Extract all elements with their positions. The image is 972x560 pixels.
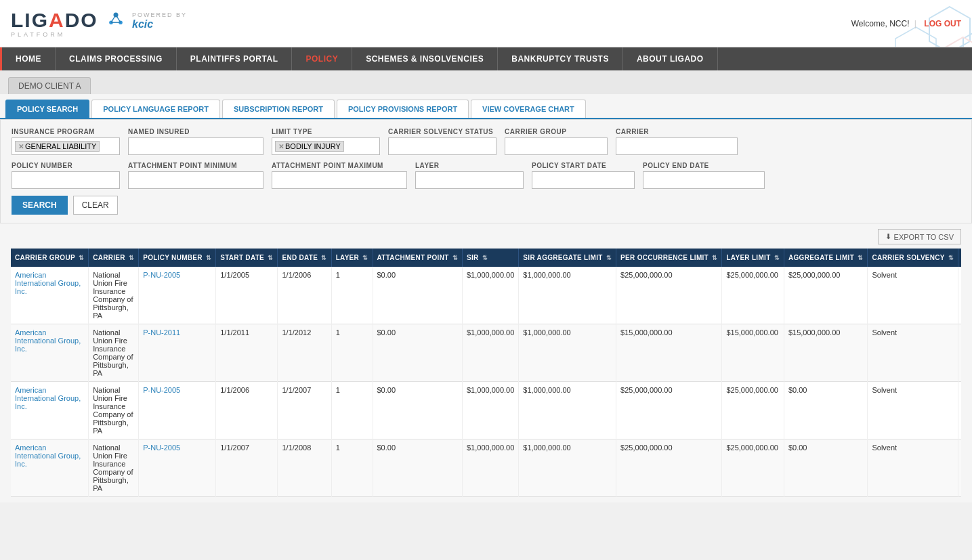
attachment-min-input[interactable]	[128, 171, 263, 189]
tab-policy-language[interactable]: POLICY LANGUAGE REPORT	[91, 100, 220, 118]
cell-aggregate-limit: $15,000,000.00	[784, 324, 867, 382]
col-layer-limit[interactable]: LAYER LIMIT ⇅	[722, 249, 784, 267]
col-sir[interactable]: SIR ⇅	[462, 249, 518, 267]
pipe-separator: |	[914, 19, 916, 28]
cell-sir: $1,000,000.00	[462, 439, 518, 497]
cell-sir-aggregate: $1,000,000.00	[519, 324, 616, 382]
insurance-program-tag: ✕ GENERAL LIABILITY	[15, 141, 100, 152]
limit-type-input[interactable]: ✕ BODILY INJURY	[272, 137, 380, 155]
cell-sir-aggregate: $1,000,000.00	[519, 267, 616, 324]
cell-per-occurrence: $25,000,000.00	[616, 439, 722, 497]
carrier-group-label: CARRIER GROUP	[505, 128, 608, 135]
limit-type-label: LIMIT TYPE	[272, 128, 380, 135]
policy-number-group: POLICY NUMBER	[12, 162, 120, 189]
client-tab[interactable]: DEMO CLIENT A	[8, 77, 91, 94]
col-aggregate-limit[interactable]: AGGREGATE LIMIT ⇅	[784, 249, 867, 267]
policy-end-input[interactable]	[643, 171, 765, 189]
results-table: CARRIER GROUP ⇅ CARRIER ⇅ POLICY NUMBER …	[11, 249, 961, 497]
main-nav: HOME CLAIMS PROCESSING PLAINTIFFS PORTAL…	[0, 47, 972, 70]
header: LIGADO POWERED BY kcic	[0, 0, 972, 47]
cell-end-date: 1/1/2006	[278, 267, 331, 324]
col-policy-number[interactable]: POLICY NUMBER ⇅	[139, 249, 216, 267]
col-attachment-point[interactable]: ATTACHMENT POINT ⇅	[373, 249, 462, 267]
layer-group: LAYER	[415, 162, 524, 189]
logout-link[interactable]: LOG OUT	[924, 19, 961, 28]
svg-line-27	[111, 15, 116, 22]
tag-remove-icon-2[interactable]: ✕	[278, 143, 284, 150]
cell-carrier: National Union Fire Insurance Company of…	[89, 439, 139, 497]
carrier-group-input[interactable]	[505, 137, 608, 155]
export-icon: ⬇	[885, 232, 891, 241]
cell-layer: 1	[331, 324, 373, 382]
cell-attachment-point: $0.00	[373, 267, 462, 324]
cell-sir-aggregate: $1,000,000.00	[519, 439, 616, 497]
cell-carrier: National Union Fire Insurance Company of…	[89, 324, 139, 382]
attachment-min-group: ATTACHMENT POINT MINIMUM	[128, 162, 263, 189]
carrier-solvency-input[interactable]	[388, 137, 496, 155]
cell-aggregate-limit: $0.00	[784, 439, 867, 497]
cell-carrier-solvency-status: Solvent	[958, 267, 961, 324]
cell-policy-number[interactable]: P-NU-2005	[139, 382, 216, 439]
insurance-program-group: INSURANCE PROGRAM ✕ GENERAL LIABILITY	[12, 128, 120, 155]
limit-type-tag: ✕ BODILY INJURY	[275, 141, 344, 152]
cell-sir: $1,000,000.00	[462, 324, 518, 382]
kcic-logo: kcic	[132, 18, 153, 30]
cell-carrier-group: American International Group, Inc.	[11, 267, 89, 324]
cell-carrier-solvency-status: Solvent	[958, 382, 961, 439]
tab-coverage-chart[interactable]: VIEW COVERAGE CHART	[471, 100, 586, 118]
cell-policy-number[interactable]: P-NU-2011	[139, 324, 216, 382]
policy-number-input[interactable]	[12, 171, 120, 189]
carrier-group-group: CARRIER GROUP	[505, 128, 608, 155]
col-end-date[interactable]: END DATE ⇅	[278, 249, 331, 267]
carrier-solvency-label: CARRIER SOLVENCY STATUS	[388, 128, 496, 135]
nav-about[interactable]: ABOUT LIGADO	[623, 47, 718, 70]
client-tabs-section: DEMO CLIENT A	[0, 70, 972, 94]
col-carrier[interactable]: CARRIER ⇅	[89, 249, 139, 267]
col-carrier-group[interactable]: CARRIER GROUP ⇅	[11, 249, 89, 267]
nav-schemes[interactable]: SCHEMES & INSOLVENCIES	[352, 47, 498, 70]
search-button[interactable]: SEARCH	[12, 196, 68, 215]
tab-subscription-report[interactable]: SUBSCRIPTION REPORT	[222, 100, 335, 118]
col-carrier-solvency[interactable]: CARRIER SOLVENCY ⇅	[868, 249, 958, 267]
cell-start-date: 1/1/2005	[216, 267, 278, 324]
export-csv-button[interactable]: ⬇ EXPORT TO CSV	[878, 229, 961, 244]
cell-layer-limit: $25,000,000.00	[722, 267, 784, 324]
cell-end-date: 1/1/2012	[278, 324, 331, 382]
col-layer[interactable]: LAYER ⇅	[331, 249, 373, 267]
carrier-group: CARRIER	[616, 128, 738, 155]
insurance-program-input[interactable]: ✕ GENERAL LIABILITY	[12, 137, 120, 155]
cell-carrier-solvency: Solvent	[868, 439, 958, 497]
cell-aggregate-limit: $25,000,000.00	[784, 267, 867, 324]
layer-input[interactable]	[415, 171, 524, 189]
attachment-max-input[interactable]	[272, 171, 407, 189]
nav-plaintiffs[interactable]: PLAINTIFFS PORTAL	[177, 47, 293, 70]
table-row: American International Group, Inc. Natio…	[11, 324, 961, 382]
nav-bankruptcy[interactable]: BANKRUPTCY TRUSTS	[498, 47, 623, 70]
nav-claims[interactable]: CLAIMS PROCESSING	[56, 47, 177, 70]
nav-policy[interactable]: POLICY	[292, 47, 352, 70]
cell-end-date: 1/1/2007	[278, 382, 331, 439]
limit-type-group: LIMIT TYPE ✕ BODILY INJURY	[272, 128, 380, 155]
svg-line-28	[116, 15, 121, 22]
col-sir-aggregate[interactable]: SIR AGGREGATE LIMIT ⇅	[519, 249, 616, 267]
cell-attachment-point: $0.00	[373, 382, 462, 439]
layer-label: LAYER	[415, 162, 524, 169]
cell-policy-number[interactable]: P-NU-2005	[139, 439, 216, 497]
results-area: ⬇ EXPORT TO CSV CARRIER GROUP ⇅ CARRIER …	[0, 223, 972, 502]
table-row: American International Group, Inc. Natio…	[11, 267, 961, 324]
col-carrier-solvency-status[interactable]: CARRIER SOLVENCY STATUS ⇅	[958, 249, 961, 267]
cell-end-date: 1/1/2008	[278, 439, 331, 497]
cell-policy-number[interactable]: P-NU-2005	[139, 267, 216, 324]
named-insured-input[interactable]	[128, 137, 263, 155]
tab-policy-search[interactable]: POLICY SEARCH	[5, 100, 89, 118]
carrier-input[interactable]	[616, 137, 738, 155]
tag-remove-icon[interactable]: ✕	[18, 143, 24, 150]
named-insured-group: NAMED INSURED	[128, 128, 263, 155]
col-per-occurrence[interactable]: PER OCCURRENCE LIMIT ⇅	[616, 249, 722, 267]
nav-home[interactable]: HOME	[0, 47, 56, 70]
clear-button[interactable]: CLEAR	[73, 196, 118, 215]
policy-start-input[interactable]	[532, 171, 635, 189]
tab-provisions-report[interactable]: POLICY PROVISIONS REPORT	[337, 100, 469, 118]
policy-end-group: POLICY END DATE	[643, 162, 765, 189]
col-start-date[interactable]: START DATE ⇅	[216, 249, 278, 267]
